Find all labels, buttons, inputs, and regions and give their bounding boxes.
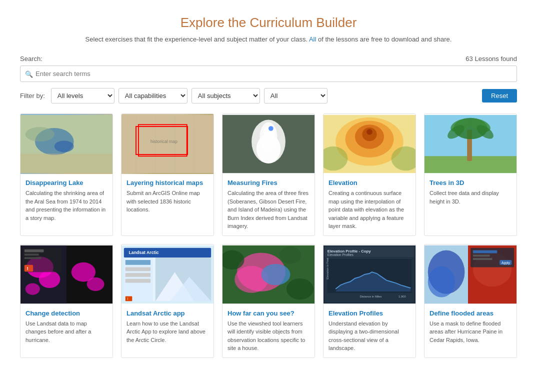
svg-text:historical map: historical map: [150, 139, 178, 144]
svg-point-19: [268, 126, 274, 131]
svg-rect-58: [126, 267, 150, 271]
card-desc-landsat-arctic: Learn how to use the Landsat Arctic App …: [126, 320, 208, 344]
card-body-change-detection: Change detection Use Landsat data to map…: [20, 304, 112, 350]
svg-point-25: [366, 129, 372, 135]
card-desc-layering-maps: Submit an ArcGIS Online map with selecte…: [126, 189, 208, 214]
svg-point-85: [428, 266, 455, 297]
search-input[interactable]: [20, 66, 517, 82]
card-body-disappearing-lake: Disappearing Lake Calculating the shrink…: [20, 174, 112, 227]
card-desc-viewshed: Use the viewshed tool learners will iden…: [228, 320, 310, 352]
card-image-define-flooded: Apply: [424, 244, 516, 304]
card-img-svg-layering: historical map: [122, 114, 214, 174]
lessons-found-count: 63 Lessons found: [466, 55, 517, 62]
card-desc-trees-3d: Collect tree data and display height in …: [430, 189, 512, 206]
card-img-svg: [20, 114, 112, 174]
card-desc-define-flooded: Use a mask to define flooded areas after…: [430, 320, 512, 344]
card-img-svg-arctic: Landsat Arctic !: [122, 244, 214, 304]
svg-point-39: [39, 270, 60, 288]
svg-text:Landsat Arctic: Landsat Arctic: [129, 250, 159, 255]
svg-point-69: [286, 278, 314, 300]
card-body-measuring-fires: Measuring Fires Calculating the area of …: [222, 174, 314, 236]
card-layering-maps[interactable]: historical map Layering historical maps …: [121, 114, 214, 236]
card-image-measuring-fires: [222, 114, 314, 174]
card-desc-measuring-fires: Calculating the area of three fires (Sob…: [228, 189, 310, 230]
card-img-svg-fires: [222, 114, 314, 174]
card-define-flooded[interactable]: Apply Define flooded areas Use a mask to…: [424, 244, 517, 358]
subtitle-suffix: of the lessons are free to download and …: [318, 36, 452, 43]
subjects-filter[interactable]: All subjects Geography Science Social St…: [192, 88, 260, 104]
page-title: Explore the Curriculum Builder: [20, 15, 517, 30]
card-title-elevation[interactable]: Elevation: [328, 179, 410, 186]
card-title-layering-maps[interactable]: Layering historical maps: [126, 179, 208, 186]
card-body-elevation: Elevation Creating a continuous surface …: [324, 174, 416, 236]
card-title-change-detection[interactable]: Change detection: [26, 310, 108, 317]
card-title-elevation-profiles[interactable]: Elevation Profiles: [328, 310, 410, 317]
svg-rect-46: [24, 257, 42, 259]
card-image-change-detection: !: [20, 244, 112, 304]
svg-rect-45: [24, 254, 39, 256]
search-icon: 🔍: [25, 70, 33, 78]
svg-point-4: [26, 127, 54, 142]
card-img-svg-flooded: Apply: [424, 244, 516, 304]
card-desc-elevation: Creating a continuous surface map using …: [328, 189, 410, 230]
svg-rect-60: [126, 278, 150, 282]
svg-rect-57: [126, 260, 150, 264]
card-body-elevation-profiles: Elevation Profiles Understand elevation …: [324, 304, 416, 358]
card-img-svg-elevation-profiles: Elevation Profile - Copy Elevation Profi…: [324, 244, 416, 304]
svg-text:Apply: Apply: [502, 260, 510, 264]
card-image-landsat-arctic: Landsat Arctic !: [122, 244, 214, 304]
capabilities-filter[interactable]: All capabilities ArcGIS Online ArcGIS Pr…: [118, 88, 188, 104]
card-body-trees-3d: Trees in 3D Collect tree data and displa…: [424, 174, 516, 210]
svg-point-42: [26, 283, 40, 294]
card-title-disappearing-lake[interactable]: Disappearing Lake: [26, 179, 108, 186]
card-landsat-arctic[interactable]: Landsat Arctic !: [121, 244, 214, 358]
card-change-detection[interactable]: ! Change detection Use Landsat data to m…: [20, 244, 113, 358]
all-filter[interactable]: All Beginner Intermediate: [264, 88, 328, 104]
card-img-svg-elevation: [324, 114, 416, 174]
card-disappearing-lake[interactable]: Disappearing Lake Calculating the shrink…: [20, 114, 113, 236]
card-trees-3d[interactable]: Trees in 3D Collect tree data and displa…: [424, 114, 517, 236]
card-viewshed[interactable]: How far can you see? Use the viewshed to…: [222, 244, 315, 358]
svg-text:1,900: 1,900: [398, 295, 406, 298]
svg-rect-91: [473, 258, 492, 260]
card-elevation-profiles[interactable]: Elevation Profile - Copy Elevation Profi…: [323, 244, 416, 358]
card-elevation[interactable]: Elevation Creating a continuous surface …: [323, 114, 416, 236]
search-input-wrapper: 🔍: [20, 66, 517, 82]
svg-rect-90: [473, 254, 490, 256]
svg-point-2: [54, 140, 74, 152]
svg-text:!: !: [27, 266, 28, 271]
page-subtitle: Select exercises that fit the experience…: [20, 36, 517, 43]
svg-rect-61: [126, 296, 132, 301]
svg-rect-47: [24, 264, 33, 272]
levels-filter[interactable]: All levels Beginner Intermediate Advance…: [51, 88, 114, 104]
card-title-landsat-arctic[interactable]: Landsat Arctic app: [126, 310, 208, 317]
card-body-define-flooded: Define flooded areas Use a mask to defin…: [424, 304, 516, 350]
card-desc-elevation-profiles: Understand elevation by displaying a two…: [328, 320, 410, 352]
card-image-disappearing-lake: [20, 114, 112, 174]
subtitle-link[interactable]: All: [309, 36, 316, 43]
subtitle-text: Select exercises that fit the experience…: [86, 36, 308, 43]
card-title-viewshed[interactable]: How far can you see?: [228, 310, 310, 317]
card-body-landsat-arctic: Landsat Arctic app Learn how to use the …: [122, 304, 214, 350]
svg-text:Elevation Profiles: Elevation Profiles: [328, 253, 354, 256]
svg-text:Distance in Miles: Distance in Miles: [360, 295, 382, 298]
card-img-svg-viewshed: [222, 244, 314, 304]
reset-button[interactable]: Reset: [482, 89, 517, 102]
card-title-trees-3d[interactable]: Trees in 3D: [430, 179, 512, 186]
card-title-measuring-fires[interactable]: Measuring Fires: [228, 179, 310, 186]
card-body-layering-maps: Layering historical maps Submit an ArcGI…: [122, 174, 214, 219]
card-body-viewshed: How far can you see? Use the viewshed to…: [222, 304, 314, 358]
card-image-elevation: [324, 114, 416, 174]
card-title-define-flooded[interactable]: Define flooded areas: [430, 310, 512, 317]
card-desc-change-detection: Use Landsat data to map changes before a…: [26, 320, 108, 344]
card-measuring-fires[interactable]: Measuring Fires Calculating the area of …: [222, 114, 315, 236]
search-area: Search: 63 Lessons found 🔍 Filter by: Al…: [20, 55, 517, 104]
card-desc-disappearing-lake: Calculating the shrinking area of the Ar…: [26, 189, 108, 222]
filter-row: Filter by: All levels Beginner Intermedi…: [20, 88, 517, 104]
card-image-layering-maps: historical map: [122, 114, 214, 174]
card-img-svg-change: !: [20, 244, 112, 304]
svg-rect-44: [24, 249, 44, 252]
svg-text:Elevation in Feet: Elevation in Feet: [326, 258, 329, 280]
search-label: Search:: [20, 55, 42, 62]
svg-rect-89: [473, 250, 497, 253]
